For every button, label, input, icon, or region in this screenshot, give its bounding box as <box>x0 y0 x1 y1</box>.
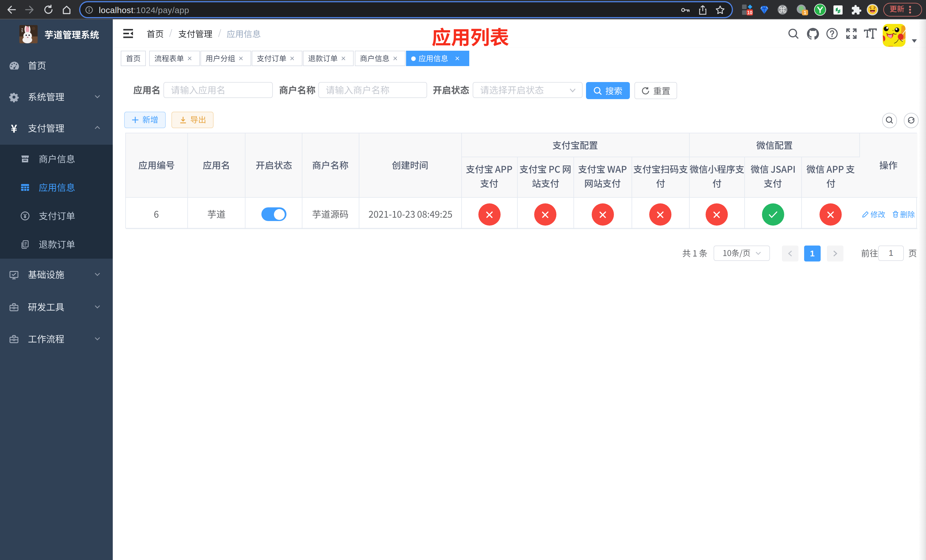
svg-text:1: 1 <box>803 10 806 15</box>
svg-text:10: 10 <box>747 10 753 15</box>
